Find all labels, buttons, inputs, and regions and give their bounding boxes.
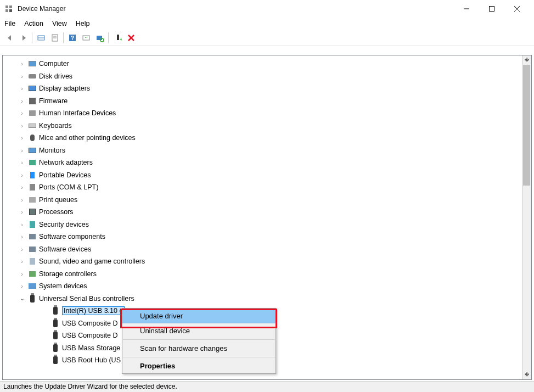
tree-item[interactable]: ›Network adapters (3, 156, 520, 169)
svg-rect-5 (490, 7, 494, 12)
tree-item-label: USB Composite D (62, 320, 117, 327)
chevron-down-icon[interactable]: ⌄ (18, 295, 26, 302)
back-button[interactable] (3, 32, 16, 44)
maximize-button[interactable] (479, 0, 504, 18)
software-icon (28, 232, 37, 241)
tree-item[interactable]: ›Sound, video and game controllers (3, 255, 520, 268)
printer-icon (28, 195, 37, 204)
tree-item[interactable]: ›Processors (3, 206, 520, 219)
chevron-right-icon[interactable]: › (18, 135, 26, 141)
tree-item[interactable]: ›Human Interface Devices (3, 107, 520, 120)
scroll-thumb[interactable] (523, 65, 530, 186)
tree-item[interactable]: ›Computer (3, 58, 520, 70)
chevron-right-icon[interactable]: › (18, 159, 26, 166)
scroll-up-button[interactable]: � (522, 55, 531, 65)
firmware-icon (28, 97, 37, 105)
vertical-scrollbar[interactable]: � � (522, 55, 531, 379)
tree-item[interactable]: ›Keyboards (3, 120, 520, 132)
chevron-right-icon[interactable]: › (18, 184, 26, 191)
tree-item[interactable]: ›Mice and other pointing devices (3, 132, 520, 144)
tree-item-label: USB Root Hub (US (62, 356, 121, 364)
tree-item[interactable]: ›System devices (3, 280, 520, 293)
usb-icon (28, 294, 37, 303)
chevron-right-icon[interactable]: › (18, 209, 26, 215)
menu-action[interactable]: Action (24, 20, 43, 27)
tree-item-label: Storage controllers (39, 270, 97, 278)
chevron-right-icon[interactable]: › (18, 246, 26, 253)
tree-item[interactable]: ›Portable Devices (3, 169, 520, 182)
chevron-right-icon[interactable]: › (18, 271, 26, 277)
tree-item[interactable]: ›Software devices (3, 243, 520, 256)
chevron-right-icon[interactable]: › (18, 221, 26, 228)
chevron-right-icon[interactable]: › (18, 122, 26, 129)
menu-help[interactable]: Help (76, 20, 90, 27)
tree-item[interactable]: ›Ports (COM & LPT) (3, 181, 520, 194)
context-menu-item[interactable]: Update driver (122, 309, 276, 323)
network-icon (28, 158, 37, 167)
scan-hardware-button[interactable] (93, 32, 106, 44)
tree-item[interactable]: ›Monitors (3, 144, 520, 157)
usb-icon (51, 344, 60, 352)
tree-item[interactable]: ›Firmware (3, 95, 520, 108)
tree-item-label: Network adapters (39, 159, 93, 166)
tree-item[interactable]: ›Disk drives (3, 70, 520, 83)
chevron-right-icon[interactable]: › (18, 197, 26, 203)
chevron-right-icon[interactable]: › (18, 283, 26, 289)
close-button[interactable] (504, 0, 530, 18)
uninstall-button[interactable] (125, 32, 137, 44)
menu-view[interactable]: View (52, 20, 67, 27)
minimize-button[interactable] (454, 0, 479, 18)
tree-item-label: Print queues (39, 196, 77, 204)
tree-item-label: Monitors (39, 147, 65, 154)
chevron-right-icon[interactable]: › (18, 233, 26, 240)
processor-icon (28, 208, 37, 216)
sound-icon (28, 257, 37, 266)
chevron-right-icon[interactable]: › (18, 73, 26, 80)
properties-button[interactable] (48, 32, 61, 44)
chevron-right-icon[interactable]: › (18, 110, 26, 116)
usb-icon (51, 356, 60, 365)
software-device-icon (28, 245, 37, 254)
context-menu-item[interactable]: Uninstall device (122, 323, 276, 338)
scroll-down-button[interactable]: � (522, 370, 531, 379)
chevron-right-icon[interactable]: › (18, 258, 26, 265)
tree-item[interactable]: ›Display adapters (3, 82, 520, 95)
tree-item-label: Disk drives (39, 72, 72, 80)
tree-item-label: Computer (39, 60, 69, 68)
svg-text:+: + (120, 37, 122, 42)
context-menu-item[interactable]: Properties (122, 359, 276, 373)
chevron-right-icon[interactable]: › (18, 98, 26, 104)
svg-rect-2 (5, 9, 8, 12)
tree-item-label: Keyboards (39, 122, 72, 130)
help-button[interactable]: ? (66, 32, 78, 44)
tree-item-label: Display adapters (39, 85, 90, 92)
svg-rect-1 (9, 5, 12, 8)
portable-icon (28, 171, 37, 180)
svg-text:?: ? (70, 35, 74, 41)
toolbar-separator (108, 32, 109, 43)
tree-item[interactable]: ›Storage controllers (3, 268, 520, 281)
add-hardware-button[interactable]: + (111, 32, 123, 44)
usb-icon (51, 319, 60, 328)
menu-file[interactable]: File (4, 20, 15, 27)
menu-separator (123, 357, 275, 357)
chevron-right-icon[interactable]: › (18, 85, 26, 92)
chevron-right-icon[interactable]: › (18, 172, 26, 178)
forward-button[interactable] (17, 32, 30, 44)
tree-item[interactable]: ›Software components (3, 231, 520, 243)
tree-item[interactable]: ›Security devices (3, 219, 520, 231)
tree-item-label: Intel(R) USB 3.10 e (62, 306, 125, 315)
port-icon (28, 183, 37, 192)
toolbar-separator (32, 32, 32, 43)
tree-item-label: USB Mass Storage (62, 344, 120, 352)
chevron-right-icon[interactable]: › (18, 60, 26, 67)
chevron-right-icon[interactable]: › (18, 147, 26, 154)
svg-rect-0 (5, 5, 8, 8)
tree-item[interactable]: ›Print queues (3, 194, 520, 206)
context-menu-item[interactable]: Scan for hardware changes (122, 341, 276, 356)
tree-item[interactable]: ⌄Universal Serial Bus controllers (3, 293, 520, 305)
show-hidden-button[interactable] (35, 32, 47, 44)
titlebar: Device Manager (0, 0, 534, 18)
update-driver-button[interactable] (80, 32, 92, 44)
tree-item-label: Software components (39, 233, 105, 240)
